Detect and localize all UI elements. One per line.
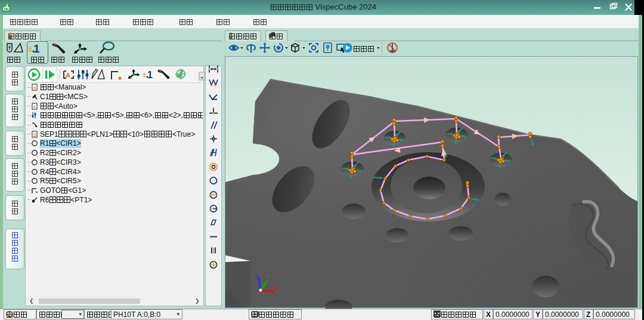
svg-text:A: A bbox=[66, 72, 70, 79]
svg-text:±: ± bbox=[28, 44, 32, 53]
svg-text:1: 1 bbox=[33, 42, 40, 55]
svg-text:Y: Y bbox=[267, 274, 271, 280]
svg-text:S: S bbox=[33, 131, 37, 137]
svg-text:Z: Z bbox=[255, 274, 259, 280]
svg-text:a: a bbox=[33, 85, 36, 90]
svg-text:a: a bbox=[33, 104, 36, 109]
svg-text:X: X bbox=[274, 285, 278, 291]
svg-text:±: ± bbox=[143, 71, 146, 78]
svg-text:1: 1 bbox=[147, 70, 153, 80]
